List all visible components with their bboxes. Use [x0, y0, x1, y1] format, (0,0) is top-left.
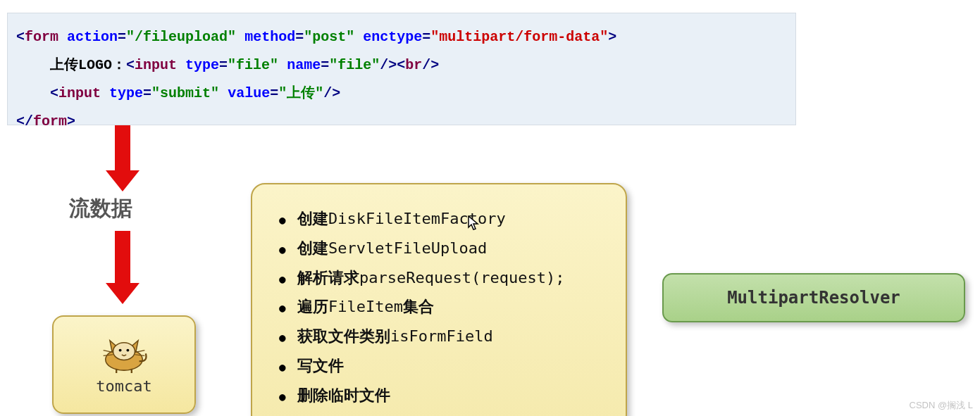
- steps-box: 创建DiskFileItemFactory 创建ServletFileUploa…: [251, 183, 627, 416]
- code-line-2: 上传LOGO：<input type="file" name="file"/><…: [50, 57, 439, 73]
- multipart-resolver-box: MultipartResolver: [662, 273, 965, 322]
- step-item: 删除临时文件: [279, 381, 604, 410]
- svg-point-2: [119, 348, 122, 351]
- watermark: CSDN @搁浅 L: [910, 399, 974, 412]
- step-item: 创建DiskFileItemFactory: [279, 204, 604, 234]
- flow-label: 流数据: [69, 194, 132, 223]
- code-line-3: <input type="submit" value="上传"/>: [50, 85, 340, 101]
- html-code-snippet: <form action="/fileupload" method="post"…: [7, 13, 796, 125]
- resolver-label: MultipartResolver: [727, 288, 900, 308]
- step-item: 解析请求parseRequest(request);: [279, 263, 604, 293]
- tomcat-label: tomcat: [96, 377, 151, 395]
- step-item: 创建ServletFileUpload: [279, 234, 604, 263]
- svg-point-3: [126, 348, 129, 351]
- step-item: 写文件: [279, 351, 604, 381]
- arrow-down-icon: [107, 125, 138, 191]
- code-line-1: <form action="/fileupload" method="post"…: [16, 29, 616, 45]
- steps-list: 创建DiskFileItemFactory 创建ServletFileUploa…: [279, 204, 604, 410]
- step-item: 获取文件类别isFormField: [279, 322, 604, 351]
- tomcat-box: tomcat: [52, 315, 196, 414]
- tomcat-icon: [96, 335, 152, 373]
- arrow-down-icon: [107, 231, 138, 304]
- step-item: 遍历FileItem集合: [279, 292, 604, 322]
- code-line-4: </form>: [16, 113, 75, 130]
- svg-point-1: [113, 342, 135, 360]
